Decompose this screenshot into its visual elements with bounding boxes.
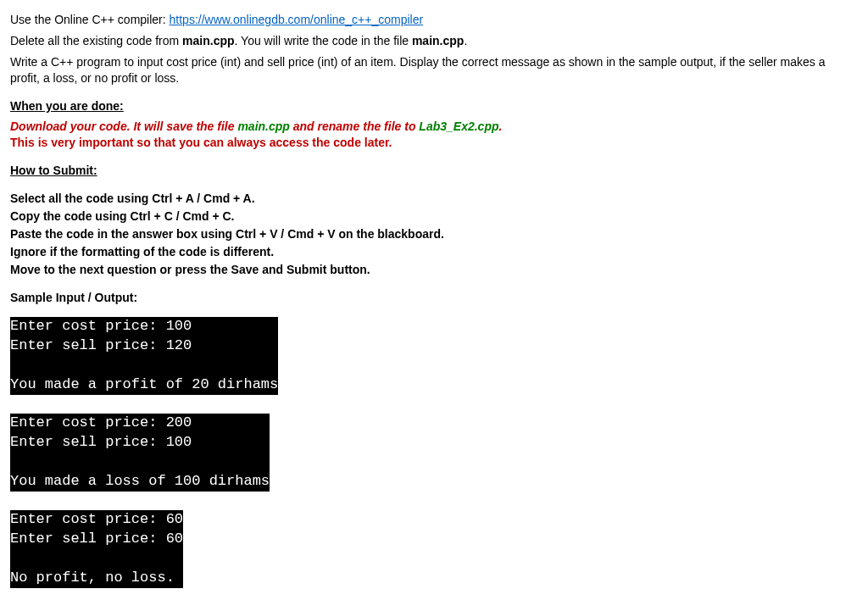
download-b: and rename the file to <box>290 119 419 133</box>
delete-prefix: Delete all the existing code from <box>10 34 182 47</box>
submit-steps: Select all the code using Ctrl + A / Cmd… <box>10 191 858 277</box>
download-line2: This is very important so that you can a… <box>10 136 392 149</box>
delete-suffix: . You will write the code in the file <box>235 34 412 47</box>
sample-output-1: Enter cost price: 100 Enter sell price: … <box>10 317 278 395</box>
submit-step-1: Select all the code using Ctrl + A / Cmd… <box>10 191 858 207</box>
submit-step-4: Ignore if the formatting of the code is … <box>10 244 858 260</box>
download-a: Download your code. It will save the fil… <box>10 119 237 133</box>
submit-step-5: Move to the next question or press the S… <box>10 262 858 278</box>
sample-output-3: Enter cost price: 60 Enter sell price: 6… <box>10 510 183 588</box>
sample-output-2: Enter cost price: 200 Enter sell price: … <box>10 414 270 492</box>
main-file-1: main.cpp <box>182 34 234 47</box>
how-to-submit-heading: How to Submit: <box>10 163 858 179</box>
download-file: main.cpp <box>237 119 289 133</box>
compiler-link[interactable]: https://www.onlinegdb.com/online_c++_com… <box>170 13 424 26</box>
submit-step-2: Copy the code using Ctrl + C / Cmd + C. <box>10 208 858 225</box>
download-c: . <box>499 119 503 133</box>
download-newfile: Lab3_Ex2.cpp <box>419 119 498 133</box>
intro-delete-line: Delete all the existing code from main.c… <box>10 33 858 49</box>
main-file-2: main.cpp <box>412 34 464 47</box>
submit-step-3: Paste the code in the answer box using C… <box>10 226 858 242</box>
when-done-heading: When you are done: <box>10 98 858 114</box>
download-instructions: Download your code. It will save the fil… <box>10 119 858 151</box>
delete-end: . <box>464 34 467 47</box>
sample-io-heading: Sample Input / Output: <box>10 290 858 306</box>
program-prompt: Write a C++ program to input cost price … <box>10 54 858 86</box>
intro-use-prefix: Use the Online C++ compiler: <box>10 13 170 26</box>
intro-use-compiler: Use the Online C++ compiler: https://www… <box>10 12 858 28</box>
